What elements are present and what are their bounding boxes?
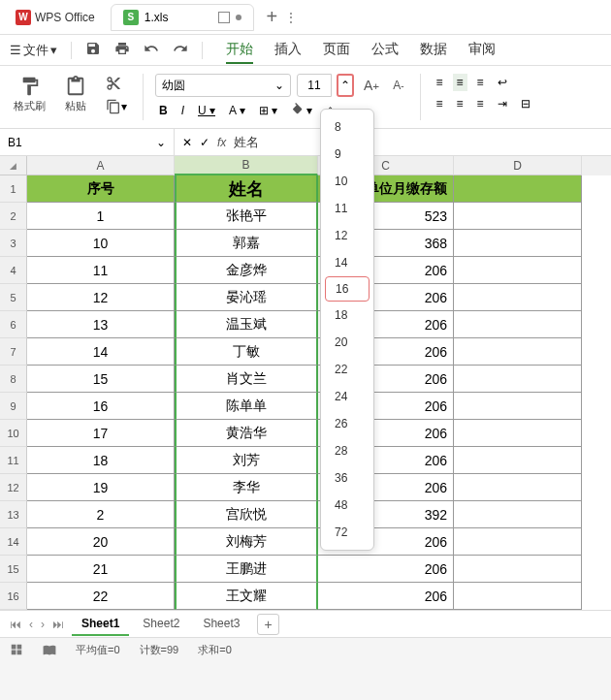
confirm-formula-icon[interactable]: ✓ (200, 136, 209, 149)
menu-tab-1[interactable]: 插入 (274, 37, 302, 64)
row-header[interactable]: 11 (0, 447, 27, 474)
cell[interactable] (454, 257, 582, 284)
align-bottom-icon[interactable]: ≡ (473, 74, 488, 91)
menu-tab-3[interactable]: 公式 (371, 37, 399, 64)
format-painter-button[interactable]: 格式刷 (10, 74, 49, 115)
cell[interactable] (454, 203, 582, 230)
fx-icon[interactable]: fx (217, 136, 226, 149)
cell[interactable]: 黄浩华 (175, 420, 318, 447)
cell[interactable]: 11 (27, 257, 175, 284)
row-header[interactable]: 14 (0, 528, 27, 556)
decrease-font-icon[interactable]: A- (389, 77, 407, 94)
column-header-A[interactable]: A (27, 156, 175, 175)
font-size-stepper[interactable]: ⌃ (337, 74, 354, 97)
cell[interactable] (454, 311, 582, 338)
cell[interactable] (454, 338, 582, 366)
font-size-option[interactable]: 22 (321, 356, 373, 383)
row-header[interactable]: 6 (0, 311, 27, 338)
cell[interactable] (454, 175, 582, 203)
cell[interactable]: 郭嘉 (175, 230, 318, 257)
print-icon[interactable] (114, 41, 130, 59)
cell[interactable]: 金彦烨 (175, 257, 318, 284)
cell[interactable]: 张艳平 (175, 203, 318, 230)
menu-tab-5[interactable]: 审阅 (468, 37, 496, 64)
undo-icon[interactable] (144, 41, 159, 59)
font-size-input[interactable] (297, 74, 332, 97)
menu-tab-0[interactable]: 开始 (226, 37, 253, 64)
underline-icon[interactable]: U ▾ (194, 102, 219, 119)
add-sheet-button[interactable]: + (257, 614, 278, 635)
row-header[interactable]: 15 (0, 556, 27, 583)
cell[interactable]: 20 (27, 528, 175, 556)
cell[interactable]: 22 (27, 583, 175, 610)
new-tab-button[interactable]: + (266, 6, 277, 28)
select-all-corner[interactable]: ◢ (0, 156, 27, 175)
row-header[interactable]: 9 (0, 393, 27, 420)
font-size-option[interactable]: 8 (321, 113, 373, 141)
increase-font-icon[interactable]: A+ (360, 76, 383, 95)
font-size-option[interactable]: 72 (321, 519, 373, 546)
align-top-icon[interactable]: ≡ (433, 74, 447, 91)
align-middle-icon[interactable]: ≡ (453, 74, 467, 91)
status-grid-icon[interactable] (10, 643, 23, 658)
sheet-tab[interactable]: Sheet3 (193, 613, 249, 636)
font-size-option[interactable]: 26 (321, 410, 373, 437)
wrap-text-icon[interactable]: ↩ (494, 74, 511, 91)
cell[interactable]: 206 (318, 583, 454, 610)
row-header[interactable]: 10 (0, 420, 27, 447)
cell[interactable] (454, 447, 582, 474)
font-size-option[interactable]: 11 (321, 195, 373, 222)
row-header[interactable]: 3 (0, 230, 27, 257)
font-size-option[interactable]: 12 (321, 222, 373, 249)
row-header[interactable]: 5 (0, 284, 27, 311)
cell[interactable]: 2 (27, 501, 175, 528)
cell[interactable]: 15 (27, 366, 175, 393)
fill-color-icon[interactable]: ▾ (287, 101, 316, 120)
cell[interactable] (454, 528, 582, 556)
cell[interactable]: 刘梅芳 (175, 528, 318, 556)
row-header[interactable]: 8 (0, 366, 27, 393)
cell[interactable]: 肖文兰 (175, 366, 318, 393)
row-header[interactable]: 4 (0, 257, 27, 284)
paste-button[interactable]: 粘贴 (61, 74, 90, 115)
cell[interactable]: 12 (27, 284, 175, 311)
cell[interactable] (454, 556, 582, 583)
menu-tab-4[interactable]: 数据 (420, 37, 447, 64)
bold-icon[interactable]: B (155, 102, 172, 119)
cell[interactable]: 王鹏进 (175, 556, 318, 583)
cell[interactable]: 13 (27, 311, 175, 338)
cell[interactable]: 姓名 (175, 175, 318, 203)
font-size-option[interactable]: 10 (321, 168, 373, 195)
cell-reference-box[interactable]: B1⌄ (0, 129, 175, 155)
font-size-option[interactable]: 20 (321, 329, 373, 356)
cell[interactable]: 丁敏 (175, 338, 318, 366)
redo-icon[interactable] (173, 41, 188, 59)
cut-icon[interactable] (102, 74, 125, 93)
tab-menu-icon[interactable]: ⋮ (285, 11, 297, 24)
cell[interactable]: 序号 (27, 175, 175, 203)
cell[interactable]: 刘芳 (175, 447, 318, 474)
cell[interactable]: 19 (27, 474, 175, 501)
copy-icon[interactable]: ▾ (102, 97, 131, 116)
font-color-icon[interactable]: A ▾ (225, 102, 249, 119)
cell[interactable] (454, 420, 582, 447)
cell[interactable]: 陈单单 (175, 393, 318, 420)
cell[interactable] (454, 284, 582, 311)
align-center-icon[interactable]: ≡ (453, 95, 467, 112)
font-size-option[interactable]: 18 (321, 302, 373, 329)
formula-value[interactable]: 姓名 (234, 134, 259, 151)
sheet-tab[interactable]: Sheet2 (133, 613, 189, 636)
cell[interactable]: 宫欣悦 (175, 501, 318, 528)
font-name-select[interactable]: 幼圆⌄ (155, 74, 291, 97)
cell[interactable] (454, 230, 582, 257)
cell[interactable]: 李华 (175, 474, 318, 501)
row-header[interactable]: 13 (0, 501, 27, 528)
italic-icon[interactable]: I (177, 102, 188, 119)
row-header[interactable]: 7 (0, 338, 27, 366)
row-header[interactable]: 12 (0, 474, 27, 501)
sheet-last-icon[interactable]: ⏭ (52, 618, 64, 631)
border-icon[interactable]: ⊞ ▾ (255, 102, 281, 119)
sheet-next-icon[interactable]: › (41, 618, 45, 631)
cell[interactable]: 1 (27, 203, 175, 230)
cell[interactable]: 王文耀 (175, 583, 318, 610)
